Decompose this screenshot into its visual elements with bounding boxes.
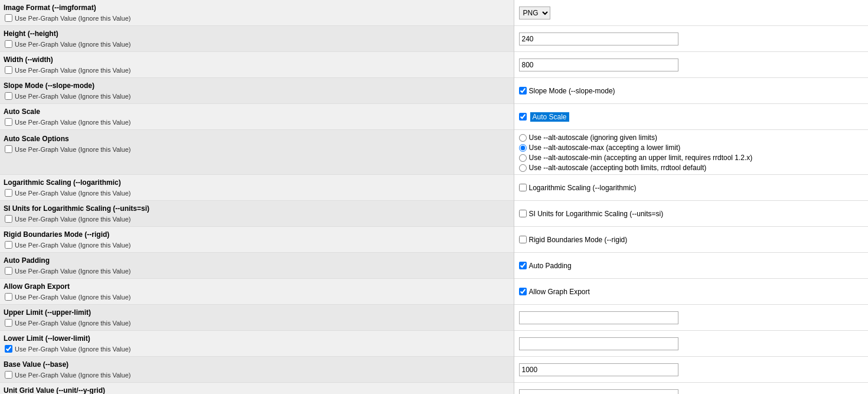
radio-text-auto-scale-options-2: Use --alt-autoscale-min (accepting an up… (529, 154, 753, 162)
per-graph-checkbox-rigid[interactable] (5, 241, 12, 249)
input-unit-grid[interactable] (519, 389, 678, 395)
select-imgformat[interactable]: PNGSVGEPSPDF (519, 6, 550, 19)
radio-auto-scale-options-2[interactable] (519, 154, 527, 162)
row-label-auto-scale: Auto Scale (4, 106, 510, 117)
label-cell-auto-scale-options: Auto Scale OptionsUse Per-Graph Value (I… (0, 130, 514, 175)
radio-label-auto-scale-options-2[interactable]: Use --alt-autoscale-min (accepting an up… (519, 154, 865, 162)
label-cell-auto-padding: Auto PaddingUse Per-Graph Value (Ignore … (0, 253, 514, 279)
per-graph-label-height: Use Per-Graph Value (Ignore this Value) (15, 41, 130, 48)
control-cell-rigid: Rigid Boundaries Mode (--rigid) (514, 227, 868, 253)
label-cell-upper-limit: Upper Limit (--upper-limit)Use Per-Graph… (0, 305, 514, 331)
per-graph-checkbox-lower-limit[interactable] (5, 345, 12, 353)
per-graph-checkbox-auto-scale[interactable] (5, 118, 12, 126)
radio-auto-scale-options-1[interactable] (519, 144, 527, 152)
radio-label-auto-scale-options-3[interactable]: Use --alt-autoscale (accepting both limi… (519, 164, 865, 172)
per-graph-label-units-si: Use Per-Graph Value (Ignore this Value) (15, 216, 130, 223)
checkbox-units-si[interactable] (519, 210, 527, 217)
checkbox-highlight-cell-auto-scale: Auto Scale (519, 112, 865, 122)
control-cell-base (514, 357, 868, 383)
checkbox-rigid[interactable] (519, 236, 527, 243)
per-graph-row-slope-mode: Use Per-Graph Value (Ignore this Value) (4, 91, 510, 101)
checkbox-label-logarithmic[interactable]: Logarithmic Scaling (--logarithmic) (519, 184, 865, 192)
control-cell-width (514, 52, 868, 78)
per-graph-row-units-si: Use Per-Graph Value (Ignore this Value) (4, 214, 510, 224)
per-graph-row-imgformat: Use Per-Graph Value (Ignore this Value) (4, 13, 510, 23)
control-cell-height (514, 26, 868, 52)
row-label-upper-limit: Upper Limit (--upper-limit) (4, 307, 510, 318)
per-graph-label-base: Use Per-Graph Value (Ignore this Value) (15, 372, 130, 379)
control-cell-auto-padding: Auto Padding (514, 253, 868, 279)
checkbox-label-rigid[interactable]: Rigid Boundaries Mode (--rigid) (519, 236, 865, 244)
row-auto-scale: Auto ScaleUse Per-Graph Value (Ignore th… (0, 104, 868, 130)
radio-auto-scale-options-3[interactable] (519, 164, 527, 172)
per-graph-label-lower-limit: Use Per-Graph Value (Ignore this Value) (15, 346, 130, 353)
row-slope-mode: Slope Mode (--slope-mode)Use Per-Graph V… (0, 78, 868, 104)
per-graph-row-rigid: Use Per-Graph Value (Ignore this Value) (4, 240, 510, 250)
checkbox-label-units-si[interactable]: SI Units for Logarithmic Scaling (--unit… (519, 210, 865, 218)
checkbox-label-slope-mode[interactable]: Slope Mode (--slope-mode) (519, 87, 865, 95)
per-graph-checkbox-slope-mode[interactable] (5, 92, 12, 100)
checkbox-text-slope-mode: Slope Mode (--slope-mode) (529, 87, 615, 95)
row-base: Base Value (--base)Use Per-Graph Value (… (0, 357, 868, 383)
row-label-imgformat: Image Format (--imgformat) (4, 2, 510, 13)
per-graph-checkbox-logarithmic[interactable] (5, 189, 12, 197)
row-allow-graph-export: Allow Graph ExportUse Per-Graph Value (I… (0, 279, 868, 305)
per-graph-row-auto-padding: Use Per-Graph Value (Ignore this Value) (4, 266, 510, 276)
label-cell-auto-scale: Auto ScaleUse Per-Graph Value (Ignore th… (0, 104, 514, 130)
row-label-base: Base Value (--base) (4, 359, 510, 370)
input-lower-limit[interactable] (519, 337, 678, 350)
row-label-unit-grid: Unit Grid Value (--unit/--y-grid) (4, 385, 510, 394)
checkbox-text-auto-padding: Auto Padding (529, 262, 572, 270)
control-cell-units-si: SI Units for Logarithmic Scaling (--unit… (514, 201, 868, 227)
control-cell-logarithmic: Logarithmic Scaling (--logarithmic) (514, 175, 868, 201)
input-upper-limit[interactable] (519, 311, 678, 324)
row-logarithmic: Logarithmic Scaling (--logarithmic)Use P… (0, 175, 868, 201)
input-base[interactable] (519, 363, 678, 376)
checkbox-text-allow-graph-export: Allow Graph Export (529, 288, 590, 296)
per-graph-label-rigid: Use Per-Graph Value (Ignore this Value) (15, 242, 130, 249)
control-cell-allow-graph-export: Allow Graph Export (514, 279, 868, 305)
radio-auto-scale-options-0[interactable] (519, 134, 527, 142)
per-graph-checkbox-height[interactable] (5, 40, 12, 48)
row-height: Height (--height)Use Per-Graph Value (Ig… (0, 26, 868, 52)
radio-label-auto-scale-options-0[interactable]: Use --alt-autoscale (ignoring given limi… (519, 133, 865, 142)
per-graph-checkbox-auto-scale-options[interactable] (5, 145, 12, 153)
label-cell-width: Width (--width)Use Per-Graph Value (Igno… (0, 52, 514, 78)
per-graph-row-auto-scale-options: Use Per-Graph Value (Ignore this Value) (4, 144, 510, 154)
control-cell-slope-mode: Slope Mode (--slope-mode) (514, 78, 868, 104)
per-graph-label-auto-scale-options: Use Per-Graph Value (Ignore this Value) (15, 146, 130, 153)
radio-text-auto-scale-options-0: Use --alt-autoscale (ignoring given limi… (529, 133, 657, 142)
checkbox-text-logarithmic: Logarithmic Scaling (--logarithmic) (529, 184, 637, 192)
checkbox-allow-graph-export[interactable] (519, 288, 527, 295)
checkbox-label-auto-padding[interactable]: Auto Padding (519, 262, 865, 270)
per-graph-checkbox-auto-padding[interactable] (5, 267, 12, 275)
input-width[interactable] (519, 58, 678, 71)
control-cell-upper-limit (514, 305, 868, 331)
radio-text-auto-scale-options-1: Use --alt-autoscale-max (accepting a low… (529, 144, 681, 152)
per-graph-row-allow-graph-export: Use Per-Graph Value (Ignore this Value) (4, 292, 510, 302)
label-cell-height: Height (--height)Use Per-Graph Value (Ig… (0, 26, 514, 52)
checkbox-logarithmic[interactable] (519, 184, 527, 191)
checkbox-auto-scale[interactable] (519, 113, 527, 121)
per-graph-label-width: Use Per-Graph Value (Ignore this Value) (15, 67, 130, 74)
label-cell-units-si: SI Units for Logarithmic Scaling (--unit… (0, 201, 514, 227)
row-lower-limit: Lower Limit (--lower-limit)Use Per-Graph… (0, 331, 868, 357)
checkbox-label-allow-graph-export[interactable]: Allow Graph Export (519, 288, 865, 296)
checkbox-slope-mode[interactable] (519, 87, 527, 95)
control-cell-lower-limit (514, 331, 868, 357)
input-height[interactable] (519, 32, 678, 45)
per-graph-row-base: Use Per-Graph Value (Ignore this Value) (4, 370, 510, 380)
per-graph-checkbox-allow-graph-export[interactable] (5, 293, 12, 301)
per-graph-label-upper-limit: Use Per-Graph Value (Ignore this Value) (15, 320, 130, 327)
radio-label-auto-scale-options-1[interactable]: Use --alt-autoscale-max (accepting a low… (519, 144, 865, 152)
per-graph-row-width: Use Per-Graph Value (Ignore this Value) (4, 65, 510, 75)
per-graph-checkbox-upper-limit[interactable] (5, 319, 12, 327)
per-graph-checkbox-width[interactable] (5, 66, 12, 74)
auto-scale-highlight: Auto Scale (530, 112, 569, 122)
checkbox-auto-padding[interactable] (519, 262, 527, 269)
checkbox-text-rigid: Rigid Boundaries Mode (--rigid) (529, 236, 628, 244)
per-graph-checkbox-base[interactable] (5, 371, 12, 379)
per-graph-checkbox-imgformat[interactable] (5, 14, 12, 22)
per-graph-checkbox-units-si[interactable] (5, 215, 12, 223)
row-label-logarithmic: Logarithmic Scaling (--logarithmic) (4, 177, 510, 188)
